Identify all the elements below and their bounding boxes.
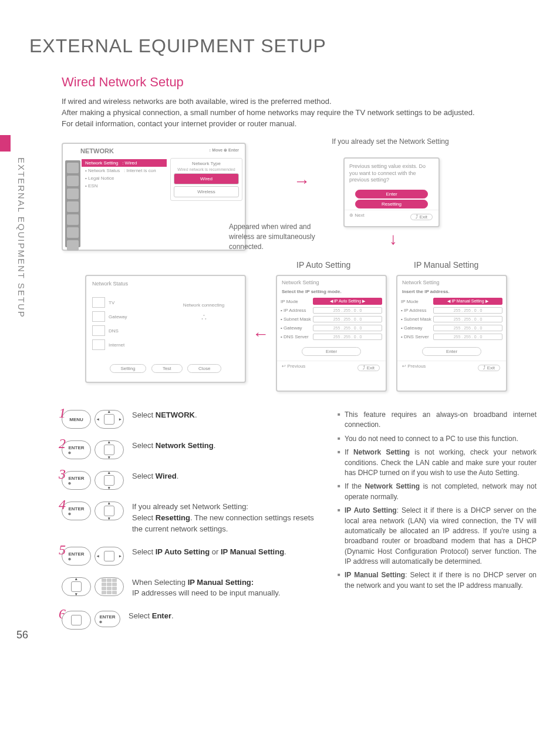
step-1: 1 MENU ▴◂▸ Select NETWORK.: [62, 410, 320, 429]
side-label: EXTERNAL EQUIPMENT SETUP: [16, 157, 26, 318]
panel-title: Network Setting: [277, 276, 386, 287]
dns-field: 255 . 255 . 0 . 0: [313, 334, 382, 340]
close-button[interactable]: Close: [187, 364, 221, 373]
step-3: 3 ENTER⊛ ▴▾ Select Wired.: [62, 471, 320, 490]
enter-remote-button: ENTER⊛: [62, 440, 91, 459]
confirm-panel: Previous setting value exists. Do you wa…: [343, 157, 440, 227]
enter-button[interactable]: Enter: [302, 347, 361, 356]
resetting-button[interactable]: Resetting: [355, 200, 428, 208]
section-title: Wired Network Setup: [62, 75, 537, 90]
network-type-title: Network Type: [172, 160, 241, 167]
note-item: If Network Setting is not working, check…: [338, 447, 537, 478]
already-set-label: If you already set the Network Setting: [332, 137, 449, 147]
note-item: This feature requires an always-on broad…: [338, 410, 537, 430]
previous-hint: ↩ Previous: [402, 364, 426, 372]
intro-line: For detail information, contact your int…: [62, 119, 537, 128]
network-menu-panel: NETWORK ↕ Move ⊛ Enter Network Setting :…: [62, 143, 246, 251]
enter-remote-button: ENTER⊛: [62, 471, 91, 490]
panel-title: Network Setting: [397, 276, 506, 287]
ip-mode-selector[interactable]: ◀ IP Auto Setting ▶: [313, 298, 382, 305]
page-number: 56: [16, 629, 28, 641]
arrow-left-icon: ←: [252, 325, 269, 344]
ip-mode-msg: Select the IP setting mode.: [277, 287, 386, 297]
enter-button[interactable]: Enter: [355, 190, 428, 198]
nav-hints: ↕ Move ⊛ Enter: [209, 148, 239, 153]
enter-remote-button: ENTER⊛: [62, 547, 91, 566]
enter-remote-button: ENTER⊛: [95, 611, 120, 627]
nav-remote-button: ▴▾: [95, 502, 124, 520]
menu-item-esn[interactable]: • ESN: [82, 182, 167, 190]
ip-address-field[interactable]: 255 . 255 . 0 . 0: [433, 307, 502, 314]
nav-remote-button: ▴▾: [62, 577, 91, 596]
menu-item-network-setting[interactable]: Network Setting : Wired: [82, 159, 167, 167]
menu-item-network-status[interactable]: • Network Status : Internet is con: [82, 167, 167, 174]
menu-item-legal-notice[interactable]: • Legal Notice: [82, 174, 167, 182]
ip-manual-label: IP Manual Setting: [414, 260, 478, 270]
option-wired[interactable]: Wired: [174, 173, 239, 184]
nav-remote-button: ▴◂▸: [95, 410, 124, 429]
dns-icon: [92, 325, 105, 336]
confirm-message: Previous setting value exists. Do you wa…: [345, 159, 438, 189]
nav-remote-button: ▴▾: [95, 471, 124, 490]
side-tab: [0, 135, 11, 152]
step-6: 6 ENTER⊛ Select Enter.: [62, 611, 320, 630]
dns-field[interactable]: 255 . 255 . 0 . 0: [433, 334, 502, 340]
step-2: 2 ENTER⊛ ▴▾ Select Network Setting.: [62, 440, 320, 459]
subnet-field[interactable]: 255 . 255 . 0 . 0: [433, 316, 502, 322]
ip-auto-panel: Network Setting Select the IP setting mo…: [276, 275, 387, 392]
gateway-field[interactable]: 255 . 255 . 0 . 0: [433, 325, 502, 331]
intro-line: After making a physical connection, a sm…: [62, 108, 537, 117]
nav-remote-button: ▴▾: [95, 440, 124, 459]
exit-button[interactable]: ⤴ Exit: [410, 214, 433, 220]
nav-remote-button: [62, 611, 91, 630]
enter-button[interactable]: Enter: [422, 347, 481, 356]
exit-button[interactable]: ⤴ Exit: [357, 365, 380, 371]
ip-address-field: 255 . 255 . 0 . 0: [313, 307, 382, 314]
network-status-panel: Network Status TV Gateway DNS Internet N…: [85, 275, 246, 383]
option-wireless[interactable]: Wireless: [174, 186, 239, 197]
next-hint: ⊛ Next: [349, 213, 365, 221]
intro-line: If wired and wireless networks are both …: [62, 97, 537, 106]
network-type-sub: Wired network is recommended: [172, 167, 241, 171]
step-5b: ▴▾ When Selecting IP Manual Setting:IP a…: [62, 577, 320, 600]
page-title: EXTERNAL EQUIPMENT SETUP: [29, 35, 537, 57]
arrow-down-icon: ↓: [389, 230, 397, 248]
step-4: 4 ENTER⊛ ▴▾ If you already set Network S…: [62, 502, 320, 535]
menu-sidebar-icons: [65, 160, 80, 247]
subnet-field: 255 . 255 . 0 . 0: [313, 316, 382, 322]
step-5: 5 ENTER⊛ ◂▸ Select IP Auto Setting or IP…: [62, 547, 320, 566]
numpad-remote-button: [95, 577, 124, 596]
spinner-icon: ∴: [163, 312, 245, 322]
ip-mode-msg: Insert the IP address.: [397, 287, 506, 297]
panel-title: Network Status: [86, 276, 245, 288]
previous-hint: ↩ Previous: [282, 364, 305, 372]
nav-remote-button: ◂▸: [95, 547, 124, 566]
tv-icon: [92, 297, 105, 308]
note-item: IP Manual Setting: Select it if there is…: [338, 570, 537, 591]
connecting-label: Network connecting: [163, 302, 245, 308]
arrow-right-icon: →: [294, 172, 310, 191]
exit-button[interactable]: ⤴ Exit: [478, 365, 500, 371]
note-item: You do not need to connect to a PC to us…: [338, 434, 537, 444]
enter-remote-button: ENTER⊛: [62, 502, 91, 520]
note-item: If the Network Setting is not completed,…: [338, 482, 537, 502]
note-item: IP Auto Setting: Select it if there is a…: [338, 506, 537, 567]
setting-button[interactable]: Setting: [110, 364, 147, 373]
ip-mode-selector[interactable]: ◀ IP Manual Setting ▶: [433, 298, 502, 305]
panel-title: NETWORK ↕ Move ⊛ Enter: [63, 144, 245, 157]
gateway-icon: [92, 311, 105, 322]
menu-remote-button: MENU: [62, 410, 91, 429]
test-button[interactable]: Test: [151, 364, 183, 373]
ip-auto-label: IP Auto Setting: [296, 260, 350, 270]
internet-icon: [92, 339, 105, 350]
appeared-note: Appeared when wired and wireless are sim…: [229, 222, 335, 251]
ip-manual-panel: Network Setting Insert the IP address. I…: [396, 275, 507, 392]
gateway-field: 255 . 255 . 0 . 0: [313, 325, 382, 331]
